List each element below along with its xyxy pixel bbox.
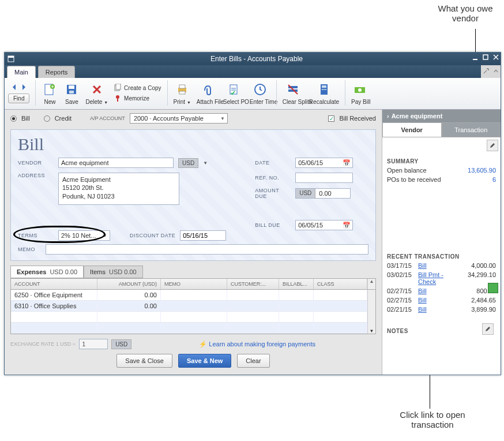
tx-link[interactable]: Bill (418, 297, 458, 304)
address-field[interactable]: Acme Equipment 15120 20th St. Podunk, NJ… (58, 173, 179, 205)
th-amount[interactable]: AMOUNT (USD) (97, 279, 161, 289)
title-bar: Enter Bills - Accounts Payable (5, 53, 501, 65)
pay-bill-button[interactable]: Pay Bill (351, 81, 368, 105)
report-button[interactable] (488, 283, 498, 293)
copy-icon (114, 84, 122, 92)
chevron-right-icon[interactable]: › (387, 113, 389, 119)
close-icon[interactable] (492, 54, 499, 62)
save-new-button[interactable]: Save & New (178, 354, 231, 368)
print-icon (174, 81, 190, 98)
tx-link[interactable]: Bill Pmt -Check (418, 271, 458, 285)
memo-input[interactable] (46, 244, 368, 255)
clear-splits-button[interactable]: Clear Splits (283, 81, 303, 105)
tx-date: 02/21/15 (387, 306, 416, 313)
table-row-empty[interactable] (11, 312, 367, 323)
date-label: DATE (255, 160, 291, 166)
th-memo[interactable]: MEMO (161, 279, 227, 289)
callout-top: What you owe vendor (427, 3, 504, 23)
vendor-currency[interactable]: USD (178, 158, 198, 168)
minimize-icon[interactable] (472, 54, 479, 62)
th-billable[interactable]: BILLABL... (279, 279, 314, 289)
expense-tabs: Expenses USD 0.00 Items USD 0.00 (10, 266, 376, 278)
tx-link[interactable]: Bill (418, 306, 458, 313)
exchange-rate-label: EXCHANGE RATE 1 USD = (10, 341, 76, 347)
th-class[interactable]: CLASS (314, 279, 367, 289)
save-button[interactable]: Save (63, 81, 80, 105)
transaction-row: 02/27/15 Bill 2,484.65 (387, 297, 496, 304)
svg-point-26 (358, 88, 362, 92)
cell-customer (227, 290, 279, 300)
discount-date-input[interactable] (180, 230, 226, 241)
date-input[interactable]: 05/06/15 📅 (295, 158, 353, 168)
th-account[interactable]: ACCOUNT (11, 279, 97, 289)
clear-splits-icon (285, 81, 301, 98)
scroll-up-icon[interactable]: ▲ (367, 279, 375, 289)
window-menu-icon[interactable] (7, 55, 15, 63)
next-arrow-icon[interactable] (20, 83, 28, 92)
tab-expenses[interactable]: Expenses USD 0.00 (10, 266, 84, 278)
body: Bill Credit A/P ACCOUNT 2000 · Accounts … (5, 110, 501, 375)
delete-button[interactable]: Delete ▼ (85, 81, 108, 105)
tx-link[interactable]: Bill (418, 262, 458, 269)
new-button[interactable]: New (42, 81, 58, 105)
svg-rect-3 (483, 55, 488, 59)
learn-foreign-payments-link[interactable]: Learn about making foreign payments (209, 341, 315, 347)
pay-bill-icon (352, 81, 368, 98)
bill-received-checkbox[interactable] (328, 115, 334, 122)
th-customer[interactable]: CUSTOMER:... (227, 279, 279, 289)
save-icon (63, 81, 80, 98)
prev-arrow-icon[interactable] (10, 83, 18, 92)
create-copy-button[interactable]: Create a Copy (114, 84, 161, 92)
enter-time-label: Enter Time (250, 99, 270, 105)
edit-notes-button[interactable] (482, 323, 494, 335)
enter-time-button[interactable]: Enter Time (250, 81, 270, 105)
tab-transaction[interactable]: Transaction (442, 122, 501, 137)
calendar-icon-2[interactable]: 📅 (343, 222, 351, 229)
credit-radio[interactable] (44, 115, 50, 122)
tab-reports[interactable]: Reports (38, 66, 76, 78)
calendar-icon[interactable]: 📅 (343, 159, 351, 167)
expenses-tab-amount: USD 0.00 (50, 268, 77, 275)
clear-button[interactable]: Clear (237, 354, 269, 368)
svg-rect-10 (116, 84, 121, 89)
amount-due-field[interactable]: USD 0.00 (295, 188, 351, 199)
scrollbar[interactable]: ▼ (367, 290, 375, 334)
summary-title: SUMMARY (387, 158, 496, 165)
billdue-input[interactable]: 06/05/15 📅 (295, 220, 353, 230)
terms-select[interactable]: 2% 10 Net... ▼ (58, 230, 110, 241)
table-row[interactable]: 6250 · Office Equipment 0.00 (11, 290, 367, 301)
popout-icon[interactable] (483, 68, 489, 75)
memorize-label: Memorize (124, 95, 149, 102)
tab-items[interactable]: Items USD 0.00 (84, 266, 143, 278)
tab-vendor[interactable]: Vendor (382, 122, 442, 137)
tab-main[interactable]: Main (7, 66, 36, 78)
amount-due-value: 0.00 (315, 189, 350, 198)
notes-title: NOTES (387, 328, 496, 334)
collapse-ribbon-icon[interactable] (493, 68, 499, 75)
memorize-button[interactable]: Memorize (114, 94, 149, 102)
select-po-button[interactable]: Select PO (223, 81, 244, 105)
right-tabs: Vendor Transaction (382, 122, 501, 137)
clear-splits-label: Clear Splits (283, 99, 303, 105)
table-row-empty[interactable] (11, 323, 367, 334)
pos-value[interactable]: 6 (492, 176, 496, 183)
table-row[interactable]: 6310 · Office Supplies 0.00 (11, 301, 367, 312)
refno-input[interactable] (295, 173, 353, 183)
discount-date-label: DISCOUNT DATE (130, 233, 175, 238)
recalculate-button[interactable]: Recalculate (309, 81, 339, 105)
items-tab-label: Items (90, 268, 106, 275)
bill-radio-label: Bill (21, 115, 30, 122)
open-balance-value[interactable]: 13,605.90 (468, 167, 496, 174)
print-button[interactable]: Print ▼ (174, 81, 191, 105)
cell-memo (161, 290, 227, 300)
save-close-button[interactable]: Save & Close (116, 354, 172, 368)
find-button[interactable]: Find (8, 94, 29, 103)
maximize-icon[interactable] (482, 54, 489, 62)
ap-account-select[interactable]: 2000 · Accounts Payable (130, 113, 228, 124)
bill-title: Bill (18, 134, 368, 154)
attach-file-button[interactable]: Attach File (197, 81, 217, 105)
tx-link[interactable]: Bill (418, 287, 458, 294)
vendor-select[interactable]: Acme equipment (58, 158, 174, 168)
edit-summary-button[interactable] (487, 140, 498, 151)
bill-radio[interactable] (10, 115, 17, 122)
